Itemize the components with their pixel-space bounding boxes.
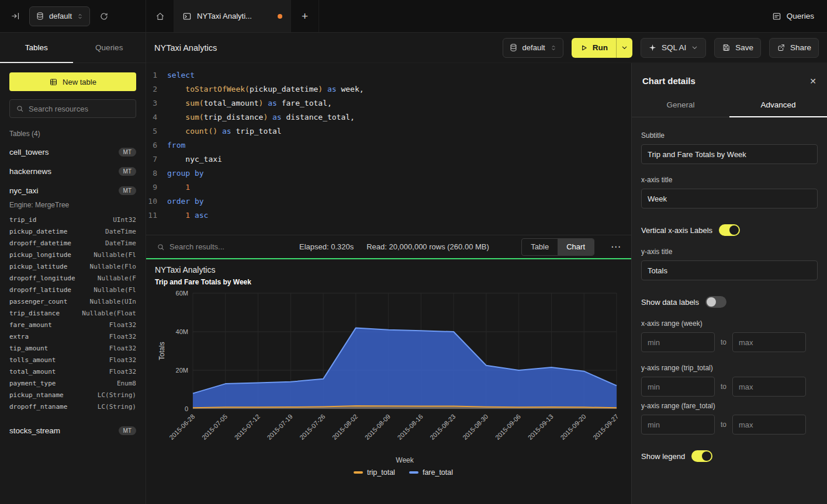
column-row: payment_typeEnum8 — [9, 378, 136, 390]
new-tab-button[interactable]: + — [291, 0, 319, 32]
column-type: Nullable(Fl — [94, 284, 136, 296]
tab-home[interactable] — [146, 0, 174, 32]
vertical-labels-label: Vertical x-axis Labels — [641, 226, 712, 235]
column-row: tolls_amountFloat32 — [9, 354, 136, 366]
collapse-sidebar-button[interactable] — [6, 7, 25, 26]
close-icon[interactable]: ✕ — [809, 77, 816, 86]
sidebar-tab-tables[interactable]: Tables — [0, 33, 73, 62]
panel-tab-general[interactable]: General — [632, 95, 729, 117]
x-tick-label: 2015-07-19 — [265, 413, 293, 441]
code-line[interactable]: 6from — [146, 138, 631, 152]
xaxis-title-label: x-axis title — [641, 176, 818, 184]
database-selector[interactable]: default — [29, 6, 90, 26]
tables-section-label: Tables (4) — [9, 130, 136, 138]
column-name: total_amount — [9, 366, 56, 378]
table-row[interactable]: hackernewsMT — [9, 162, 136, 181]
tab-nytaxi-analytics[interactable]: NYTaxi Analyti... — [174, 0, 291, 32]
x-range-min-input[interactable] — [641, 332, 715, 352]
legend-item-fare_total[interactable]: fare_total — [409, 468, 453, 477]
x-tick-label: 2015-07-26 — [298, 413, 326, 441]
topbar-left: default — [0, 0, 146, 32]
database-selector-value: default — [49, 12, 72, 20]
table-row[interactable]: nyc_taxiMT — [9, 181, 136, 200]
play-icon — [580, 44, 588, 52]
legend-item-trip_total[interactable]: trip_total — [354, 468, 395, 477]
code-line[interactable]: 10order by — [146, 194, 631, 208]
code-line[interactable]: 2 toStartOfWeek(pickup_datetime) as week… — [146, 82, 631, 96]
code-line[interactable]: 8group by — [146, 166, 631, 180]
x-range-max-input[interactable] — [732, 332, 806, 352]
vertical-labels-toggle[interactable] — [719, 224, 740, 236]
run-button[interactable]: Run — [572, 38, 632, 58]
code-line[interactable]: 11 1 asc — [146, 208, 631, 223]
code-line[interactable]: 7 nyc_taxi — [146, 152, 631, 166]
column-name: pickup_latitude — [9, 261, 67, 273]
column-type: Nullable(UIn — [90, 296, 136, 308]
line-number: 1 — [146, 68, 167, 82]
to-label: to — [721, 420, 726, 429]
column-row: trip_idUInt32 — [9, 214, 136, 226]
code-line[interactable]: 3 sum(total_amount) as fare_total, — [146, 96, 631, 110]
column-type: Nullable(Fl — [94, 249, 136, 261]
legend-label: fare_total — [423, 468, 453, 477]
new-table-button[interactable]: New table — [9, 72, 136, 91]
column-type: Nullable(Float — [82, 308, 136, 319]
column-name: trip_distance — [9, 308, 60, 319]
save-button[interactable]: Save — [714, 38, 761, 58]
table-row[interactable]: cell_towersMT — [9, 142, 136, 162]
area-fare_total — [193, 328, 617, 409]
sidebar-tab-queries[interactable]: Queries — [73, 33, 146, 62]
tables-list: cell_towersMThackernewsMTnyc_taxiMTEngin… — [9, 142, 136, 440]
data-labels-toggle[interactable] — [705, 296, 726, 308]
code-line[interactable]: 5 count() as trip_total — [146, 124, 631, 138]
table-engine: Engine: MergeTree — [9, 201, 136, 209]
show-legend-toggle[interactable] — [691, 450, 712, 462]
refresh-button[interactable] — [95, 7, 113, 26]
column-type: Float32 — [109, 343, 136, 354]
x-tick-label: 2015-07-12 — [233, 413, 261, 441]
engine-badge: MT — [119, 148, 136, 157]
code-line[interactable]: 9 1 — [146, 180, 631, 194]
table-row[interactable]: stocks_streamMT — [9, 421, 136, 440]
sql-editor[interactable]: 1select2 toStartOfWeek(pickup_datetime) … — [146, 63, 631, 235]
queries-button[interactable]: Queries — [772, 0, 814, 32]
column-type: Float32 — [109, 331, 136, 343]
query-header: NYTaxi Analytics default Run — [146, 33, 827, 63]
panel-tab-advanced[interactable]: Advanced — [729, 95, 827, 117]
queries-icon — [772, 12, 781, 21]
xaxis-title-input[interactable] — [641, 189, 818, 208]
column-name: dropoff_ntaname — [9, 401, 67, 413]
column-name: dropoff_longitude — [9, 273, 75, 284]
y-range-fare-min-input[interactable] — [641, 415, 715, 435]
y-range-trip-min-input[interactable] — [641, 377, 715, 397]
column-list: trip_idUInt32pickup_datetimeDateTimedrop… — [9, 214, 136, 413]
results-search-input[interactable] — [169, 242, 286, 251]
search-icon — [16, 105, 24, 113]
sql-ai-button[interactable]: SQL AI — [641, 38, 706, 58]
code-line[interactable]: 1select — [146, 68, 631, 82]
code-text: 1 asc — [167, 208, 208, 223]
yaxis-title-input[interactable] — [641, 260, 818, 280]
run-options-caret[interactable] — [616, 38, 632, 58]
view-tab-table[interactable]: Table — [522, 239, 558, 255]
y-range-fare-max-input[interactable] — [732, 415, 806, 435]
panel-title: Chart details — [642, 76, 695, 86]
resource-search-input[interactable] — [29, 105, 130, 113]
x-tick-label: 2015-09-20 — [559, 413, 587, 441]
sidebar-scroll[interactable]: Tables (4) cell_towersMThackernewsMTnyc_… — [0, 124, 146, 504]
body: Tables Queries New table Tables (4) cell… — [0, 33, 827, 504]
engine-badge: MT — [119, 167, 136, 176]
y-range-trip-max-input[interactable] — [732, 377, 806, 397]
results-search — [153, 242, 286, 251]
view-tab-chart[interactable]: Chart — [558, 239, 594, 255]
more-options-button[interactable]: ⋯ — [607, 241, 624, 253]
table-name: hackernews — [9, 167, 51, 176]
share-button[interactable]: Share — [769, 38, 819, 58]
subtitle-input[interactable] — [641, 144, 818, 164]
code-line[interactable]: 4 sum(trip_distance) as distance_total, — [146, 110, 631, 124]
column-name: dropoff_datetime — [9, 238, 71, 249]
editor-column: 1select2 toStartOfWeek(pickup_datetime) … — [146, 63, 631, 504]
query-database-selector[interactable]: default — [503, 38, 563, 58]
x-range-label: x-axis range (week) — [641, 319, 818, 328]
code-text: count() as trip_total — [167, 124, 282, 138]
